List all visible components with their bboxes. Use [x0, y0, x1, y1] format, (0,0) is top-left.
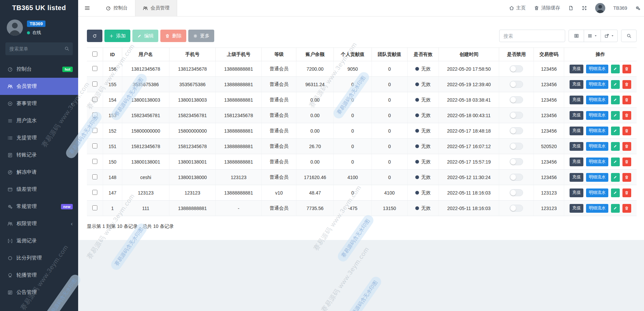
plus-icon [109, 34, 114, 38]
sidebar-item[interactable]: 返佣记录 ‹ [0, 232, 78, 249]
recharge-button[interactable]: 充值 [570, 80, 583, 89]
tab-members[interactable]: 会员管理 [135, 0, 177, 16]
disable-toggle[interactable] [510, 112, 523, 119]
detail-button[interactable]: 明细流水 [586, 96, 608, 104]
delete-row-button[interactable] [622, 188, 631, 197]
disable-toggle[interactable] [510, 143, 523, 150]
delete-row-button[interactable] [622, 80, 631, 89]
row-checkbox[interactable] [92, 205, 97, 210]
row-checkbox[interactable] [92, 66, 97, 71]
add-button[interactable]: 添加 [104, 30, 130, 42]
detail-button[interactable]: 明细流水 [586, 142, 608, 151]
disable-toggle[interactable] [510, 127, 523, 134]
recharge-button[interactable]: 充值 [570, 96, 583, 104]
edit-button[interactable]: 编辑 [132, 30, 158, 42]
edit-row-button[interactable] [611, 142, 620, 151]
disable-toggle[interactable] [510, 174, 523, 181]
columns-button[interactable] [584, 30, 601, 42]
detail-button[interactable]: 明细流水 [586, 127, 608, 135]
delete-row-button[interactable] [622, 127, 631, 135]
sidebar-item[interactable]: 权限管理 ‹ [0, 215, 78, 232]
hamburger-icon[interactable] [84, 5, 90, 11]
recharge-button[interactable]: 充值 [570, 111, 583, 120]
avatar[interactable] [7, 20, 23, 36]
search-button[interactable] [621, 30, 637, 42]
sidebar-item[interactable]: 比分列管理 ‹ [0, 249, 78, 267]
row-checkbox[interactable] [92, 159, 97, 164]
disable-toggle[interactable] [510, 81, 523, 88]
row-checkbox[interactable] [92, 190, 97, 195]
sidebar-item[interactable]: 公告管理 ‹ [0, 284, 78, 301]
cell-created-time: 2022-05-17 16:07:12 [439, 139, 499, 154]
more-button[interactable]: 更多 [188, 30, 214, 42]
edit-row-button[interactable] [611, 96, 620, 104]
recharge-button[interactable]: 充值 [570, 65, 583, 73]
select-all-checkbox[interactable] [92, 51, 97, 57]
sidebar-item[interactable]: 控制台 hot ‹ [0, 61, 78, 78]
sidebar-item[interactable]: 转账记录 ‹ [0, 146, 78, 164]
edit-row-button[interactable] [611, 127, 620, 135]
delete-row-button[interactable] [622, 204, 631, 213]
detail-button[interactable]: 明细流水 [586, 204, 608, 213]
edit-row-button[interactable] [611, 188, 620, 197]
recharge-button[interactable]: 充值 [570, 204, 583, 213]
row-checkbox[interactable] [92, 112, 97, 117]
row-checkbox[interactable] [92, 97, 97, 102]
detail-button[interactable]: 明细流水 [586, 173, 608, 182]
detail-button[interactable]: 明细流水 [586, 158, 608, 166]
detail-button[interactable]: 明细流水 [586, 111, 608, 120]
recharge-button[interactable]: 充值 [570, 127, 583, 135]
row-checkbox[interactable] [92, 143, 97, 148]
cell-personal-contribution: 0 [334, 185, 372, 201]
edit-row-button[interactable] [611, 204, 620, 213]
recharge-button[interactable]: 充值 [570, 188, 583, 197]
home-link[interactable]: 主页 [509, 5, 526, 11]
fullscreen-icon[interactable] [582, 5, 587, 11]
delete-row-button[interactable] [622, 65, 631, 73]
topbar-username[interactable]: TB369 [613, 5, 627, 11]
disable-toggle[interactable] [510, 205, 523, 212]
detail-view-button[interactable] [569, 30, 584, 42]
clear-cache-link[interactable]: 清除缓存 [534, 5, 560, 11]
tab-console[interactable]: 控制台 [98, 0, 135, 16]
edit-row-button[interactable] [611, 65, 620, 73]
sidebar-item[interactable]: 会员管理 ‹ [0, 78, 78, 95]
refresh-button[interactable] [87, 30, 102, 42]
delete-row-button[interactable] [622, 111, 631, 120]
recharge-button[interactable]: 充值 [570, 158, 583, 166]
delete-button[interactable]: 删除 [160, 30, 186, 42]
delete-row-button[interactable] [622, 96, 631, 104]
row-checkbox[interactable] [92, 81, 97, 87]
menu-search-input[interactable] [5, 42, 73, 55]
detail-button[interactable]: 明细流水 [586, 65, 608, 73]
sidebar-item[interactable]: 轮播管理 ‹ [0, 267, 78, 284]
table-search-input[interactable] [499, 30, 565, 42]
disable-toggle[interactable] [510, 158, 523, 165]
row-checkbox[interactable] [92, 174, 97, 179]
sidebar-item[interactable]: 级差管理 ‹ [0, 181, 78, 198]
document-icon[interactable] [568, 5, 574, 11]
settings-icon[interactable] [635, 5, 641, 11]
delete-row-button[interactable] [622, 142, 631, 151]
topbar-avatar[interactable] [595, 3, 605, 13]
edit-row-button[interactable] [611, 111, 620, 120]
detail-button[interactable]: 明细流水 [586, 188, 608, 197]
recharge-button[interactable]: 充值 [570, 173, 583, 182]
detail-button[interactable]: 明细流水 [586, 80, 608, 89]
edit-row-button[interactable] [611, 158, 620, 166]
sidebar-item[interactable]: 解冻申请 ‹ [0, 164, 78, 181]
delete-row-button[interactable] [622, 158, 631, 166]
disable-toggle[interactable] [510, 65, 523, 72]
row-checkbox[interactable] [92, 128, 97, 133]
sidebar-item[interactable]: 赛事管理 ‹ [0, 95, 78, 112]
sidebar-item[interactable]: 用户流水 ‹ [0, 112, 78, 129]
sidebar-item[interactable]: 常规管理 new ‹ [0, 198, 78, 215]
delete-row-button[interactable] [622, 173, 631, 182]
export-button[interactable] [601, 30, 618, 42]
edit-row-button[interactable] [611, 80, 620, 89]
edit-row-button[interactable] [611, 173, 620, 182]
disable-toggle[interactable] [510, 189, 523, 196]
recharge-button[interactable]: 充值 [570, 142, 583, 151]
disable-toggle[interactable] [510, 96, 523, 103]
sidebar-item[interactable]: 充提管理 ‹ [0, 129, 78, 146]
